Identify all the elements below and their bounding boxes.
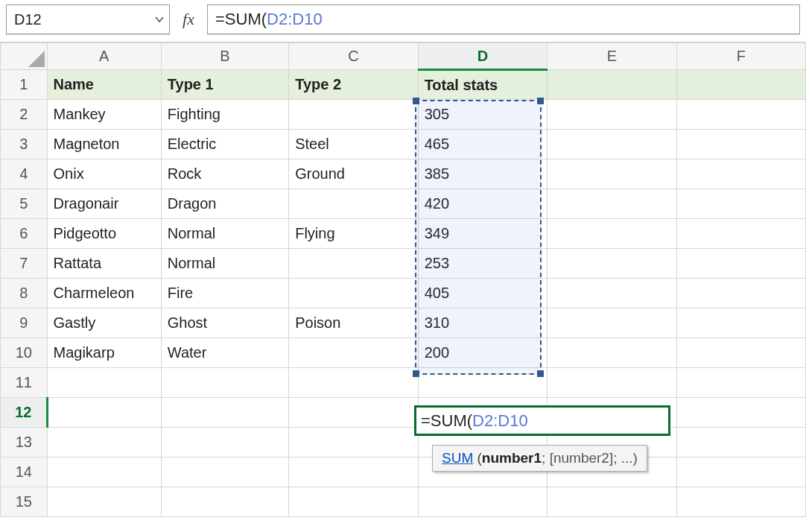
cell[interactable] (418, 398, 547, 428)
cell[interactable]: Normal (161, 249, 288, 279)
row-header[interactable]: 13 (1, 428, 48, 457)
cell[interactable] (676, 159, 805, 189)
cell[interactable] (161, 487, 288, 517)
row-header[interactable]: 15 (1, 487, 48, 517)
cell[interactable] (47, 368, 161, 398)
row-header[interactable]: 3 (1, 130, 48, 159)
cell[interactable] (161, 368, 288, 398)
cell[interactable]: Fire (161, 279, 288, 308)
cell[interactable] (289, 368, 418, 398)
cell[interactable]: Type 2 (289, 70, 418, 100)
row-header[interactable]: 6 (1, 219, 48, 249)
name-box[interactable]: D12 (6, 4, 170, 34)
cell[interactable]: Rattata (47, 249, 161, 279)
cell[interactable]: 465 (418, 130, 547, 159)
cell[interactable] (676, 130, 805, 159)
cell[interactable]: 305 (418, 100, 547, 130)
cell[interactable] (676, 368, 805, 398)
cell[interactable]: Type 1 (161, 70, 288, 100)
cell[interactable] (548, 249, 676, 279)
col-header-E[interactable]: E (548, 43, 676, 70)
col-header-F[interactable]: F (676, 43, 805, 70)
col-header-A[interactable]: A (47, 43, 161, 70)
cell[interactable] (676, 338, 805, 368)
cell[interactable]: Magikarp (47, 338, 161, 368)
cell[interactable] (418, 487, 547, 517)
cell[interactable] (289, 279, 418, 308)
row-header[interactable]: 9 (1, 308, 48, 338)
cell[interactable]: Normal (161, 219, 288, 249)
cell[interactable] (676, 279, 805, 308)
cell[interactable]: Magneton (47, 130, 161, 159)
col-header-B[interactable]: B (161, 43, 288, 70)
cell[interactable]: 349 (418, 219, 547, 249)
cell[interactable]: Steel (289, 130, 418, 159)
cell[interactable] (47, 457, 161, 487)
cell[interactable] (548, 308, 676, 338)
col-header-C[interactable]: C (289, 43, 418, 70)
row-header[interactable]: 10 (1, 338, 48, 368)
cell[interactable] (47, 487, 161, 517)
cell[interactable] (161, 398, 288, 428)
select-all-corner[interactable] (1, 43, 48, 70)
cell[interactable]: Pidgeotto (47, 219, 161, 249)
cell[interactable] (289, 338, 418, 368)
cell[interactable]: Flying (289, 219, 418, 249)
cell[interactable]: Poison (289, 308, 418, 338)
tooltip-fn-link[interactable]: SUM (442, 450, 473, 466)
cell[interactable] (676, 219, 805, 249)
cell[interactable]: 253 (418, 249, 547, 279)
cell[interactable]: Mankey (47, 100, 161, 130)
cell[interactable] (289, 249, 418, 279)
cell[interactable] (161, 457, 288, 487)
cell[interactable] (548, 279, 676, 308)
cell[interactable]: Dragonair (47, 189, 161, 219)
cell[interactable] (161, 428, 288, 457)
row-header[interactable]: 12 (1, 398, 48, 428)
cell[interactable]: 200 (418, 338, 547, 368)
cell[interactable] (548, 130, 676, 159)
cell[interactable] (548, 368, 676, 398)
cell[interactable]: Rock (161, 159, 288, 189)
chevron-down-icon[interactable] (153, 13, 166, 26)
row-header[interactable]: 5 (1, 189, 48, 219)
row-header[interactable]: 7 (1, 249, 48, 279)
cell[interactable]: 385 (418, 159, 547, 189)
cell[interactable] (676, 189, 805, 219)
cell[interactable]: Fighting (161, 100, 288, 130)
cell[interactable] (47, 428, 161, 457)
cell[interactable]: Dragon (161, 189, 288, 219)
cell[interactable] (548, 159, 676, 189)
cell[interactable] (548, 398, 676, 428)
cell[interactable] (289, 457, 418, 487)
cell[interactable] (548, 70, 676, 100)
cell[interactable]: 310 (418, 308, 547, 338)
cell[interactable]: Ghost (161, 308, 288, 338)
cell[interactable] (289, 100, 418, 130)
cell[interactable] (676, 487, 805, 517)
cell[interactable]: Onix (47, 159, 161, 189)
row-header[interactable]: 4 (1, 159, 48, 189)
cell[interactable] (289, 428, 418, 457)
cell[interactable]: Gastly (47, 308, 161, 338)
cell[interactable] (418, 368, 547, 398)
cell[interactable]: Name (47, 70, 161, 100)
cell[interactable] (289, 398, 418, 428)
fx-icon[interactable]: fx (176, 10, 201, 29)
cell[interactable] (676, 428, 805, 457)
row-header[interactable]: 14 (1, 457, 48, 487)
cell[interactable] (676, 398, 805, 428)
cell[interactable] (548, 100, 676, 130)
cell[interactable]: 420 (418, 189, 547, 219)
cell[interactable] (548, 189, 676, 219)
cell[interactable] (47, 398, 161, 428)
row-header[interactable]: 11 (1, 368, 48, 398)
cell[interactable]: Water (161, 338, 288, 368)
cell[interactable] (289, 487, 418, 517)
cell[interactable] (548, 219, 676, 249)
col-header-D[interactable]: D (418, 43, 547, 70)
cell[interactable] (676, 249, 805, 279)
cell[interactable] (676, 308, 805, 338)
row-header[interactable]: 1 (1, 70, 48, 100)
row-header[interactable]: 2 (1, 100, 48, 130)
